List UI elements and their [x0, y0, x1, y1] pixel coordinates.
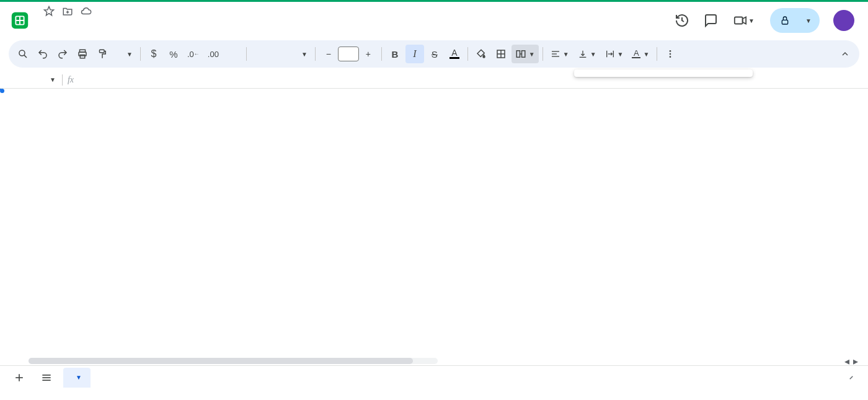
explore-icon[interactable] — [843, 370, 859, 386]
toolbar: ▼ $ % .0← .00 ▼ − + B I S A ▼ ▼ ▼ ▼ A▼ — [9, 40, 859, 68]
cloud-status-icon[interactable] — [81, 6, 92, 17]
collapse-toolbar-icon[interactable] — [836, 45, 854, 63]
print-icon[interactable] — [73, 45, 92, 63]
increase-decimal-icon[interactable]: .00 — [204, 45, 223, 63]
rotation-icon[interactable]: A▼ — [628, 45, 653, 63]
svg-point-8 — [19, 50, 25, 56]
add-sheet-button[interactable] — [9, 368, 30, 387]
bold-icon[interactable]: B — [386, 45, 404, 63]
svg-marker-4 — [45, 7, 54, 16]
sheet-tab[interactable]: ▼ — [63, 368, 91, 388]
svg-rect-17 — [516, 51, 520, 58]
move-icon[interactable] — [62, 6, 73, 17]
fill-color-icon[interactable] — [472, 45, 490, 63]
star-icon[interactable] — [43, 6, 55, 17]
name-box[interactable]: ▼ — [0, 76, 62, 83]
increase-font-icon[interactable]: + — [359, 45, 378, 63]
svg-marker-6 — [743, 17, 746, 24]
share-dropdown-icon[interactable]: ▼ — [800, 17, 817, 24]
text-color-icon[interactable]: A — [445, 45, 464, 63]
currency-icon[interactable]: $ — [144, 45, 163, 63]
svg-point-25 — [670, 50, 671, 52]
more-icon[interactable] — [661, 45, 680, 63]
fx-icon: fx — [63, 75, 79, 85]
borders-icon[interactable] — [492, 45, 510, 63]
italic-icon[interactable]: I — [405, 45, 424, 63]
comments-icon[interactable] — [703, 13, 718, 28]
redo-icon[interactable] — [53, 45, 72, 63]
font-select[interactable]: ▼ — [250, 45, 311, 63]
doc-title[interactable] — [35, 10, 37, 12]
vertical-align-icon[interactable]: ▼ — [574, 45, 600, 63]
meet-icon[interactable]: ▼ — [732, 13, 756, 28]
svg-rect-13 — [100, 50, 105, 53]
decrease-font-icon[interactable]: − — [319, 45, 338, 63]
svg-point-26 — [670, 53, 671, 55]
all-sheets-button[interactable] — [36, 368, 57, 387]
decrease-decimal-icon[interactable]: .0← — [184, 45, 203, 63]
horizontal-scrollbar[interactable]: ◂ ▸ — [0, 357, 868, 365]
sheets-logo-icon[interactable] — [9, 6, 31, 35]
svg-rect-18 — [521, 51, 525, 58]
history-icon[interactable] — [675, 13, 689, 28]
horizontal-align-icon[interactable]: ▼ — [547, 45, 573, 63]
font-size-input[interactable] — [338, 47, 359, 61]
strikethrough-icon[interactable]: S — [425, 45, 444, 63]
zoom-select[interactable]: ▼ — [113, 45, 136, 63]
svg-point-27 — [670, 56, 671, 58]
wrap-icon[interactable]: ▼ — [601, 45, 627, 63]
merge-cells-button[interactable]: ▼ — [512, 45, 539, 63]
merge-dropdown — [574, 69, 753, 77]
share-button[interactable]: ▼ — [770, 8, 820, 33]
undo-icon[interactable] — [33, 45, 52, 63]
svg-line-9 — [24, 55, 27, 58]
format-123-icon[interactable] — [224, 45, 242, 63]
percent-icon[interactable]: % — [164, 45, 183, 63]
account-avatar[interactable] — [833, 10, 854, 31]
svg-rect-7 — [782, 20, 787, 24]
paint-format-icon[interactable] — [93, 45, 112, 63]
search-icon[interactable] — [14, 45, 32, 63]
svg-rect-5 — [735, 17, 743, 24]
